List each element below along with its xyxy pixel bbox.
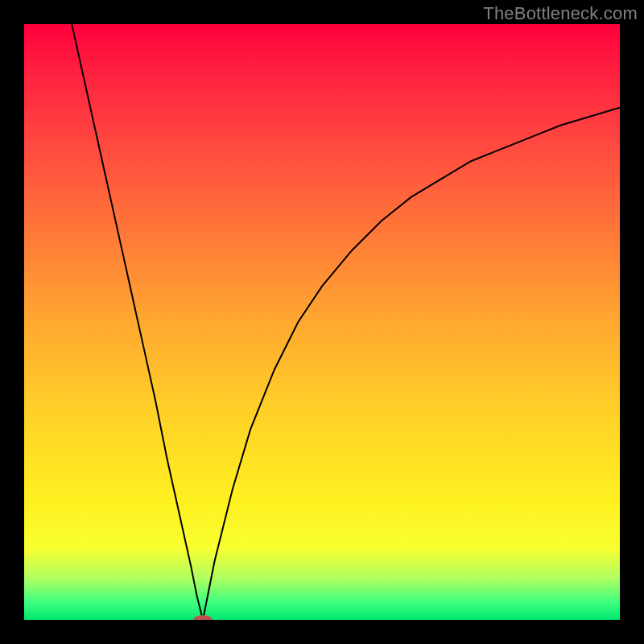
series-left-branch (72, 24, 203, 620)
min-marker-dot (193, 615, 213, 620)
watermark-text: TheBottleneck.com (483, 3, 638, 24)
plot-area (24, 24, 620, 620)
curve-group (72, 24, 620, 620)
series-right-branch (203, 108, 620, 620)
min-marker (193, 615, 213, 620)
curve-svg (24, 24, 620, 620)
chart-frame: TheBottleneck.com (0, 0, 644, 644)
